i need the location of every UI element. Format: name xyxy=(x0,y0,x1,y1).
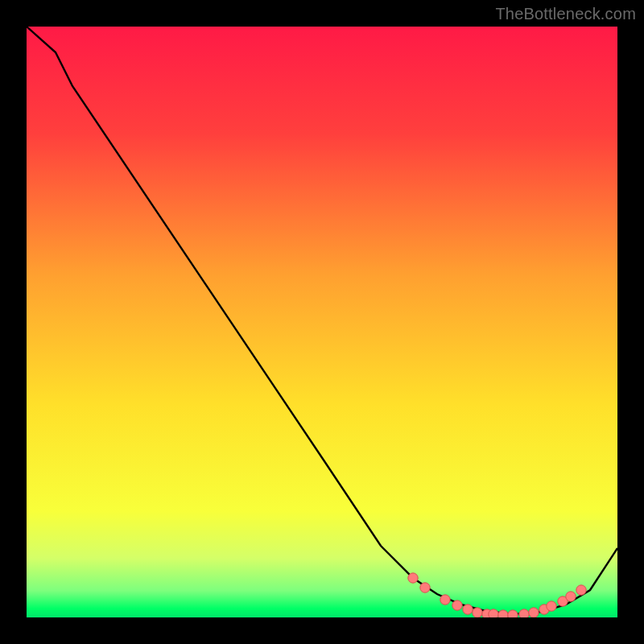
curve-marker xyxy=(576,585,586,595)
chart-frame: TheBottleneck.com xyxy=(0,0,644,644)
curve-marker xyxy=(519,609,529,617)
curve-marker xyxy=(452,601,462,610)
curve-marker xyxy=(489,609,498,617)
curve-marker xyxy=(463,605,473,614)
curve-marker xyxy=(566,592,576,601)
curve-marker xyxy=(529,608,539,617)
gradient-bg xyxy=(27,27,617,617)
curve-marker xyxy=(440,595,450,605)
curve-marker xyxy=(498,610,508,617)
curve-marker xyxy=(420,583,430,592)
curve-marker xyxy=(547,601,556,611)
curve-marker xyxy=(508,610,518,617)
plot-area xyxy=(27,27,617,617)
watermark-label: TheBottleneck.com xyxy=(495,5,636,23)
curve-marker xyxy=(408,573,418,583)
chart-svg xyxy=(27,27,617,617)
curve-marker xyxy=(473,608,482,617)
